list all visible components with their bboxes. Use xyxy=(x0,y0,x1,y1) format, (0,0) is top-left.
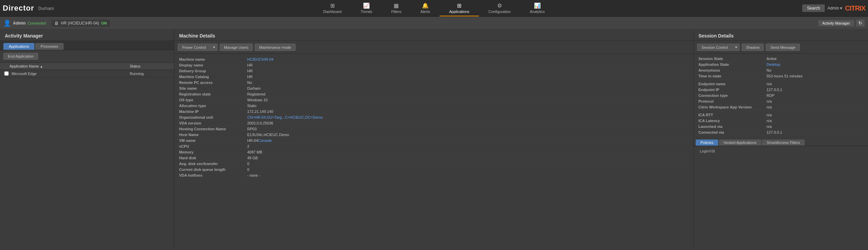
session-tab-bar: Policies Hosted Applications SmartAccess… xyxy=(694,137,868,146)
session-detail-row: Launched vian/a xyxy=(698,124,863,130)
detail-row: Hosting Connection NameRP03 xyxy=(179,126,689,132)
detail-row: Machine IP172.21.149.140 xyxy=(179,109,689,115)
detail-value: HR xyxy=(247,69,253,73)
session-detail-value: 127.0.0.1 xyxy=(767,130,782,134)
shadow-button[interactable]: Shadow xyxy=(742,44,764,51)
user-name: Admin xyxy=(13,21,26,26)
citrix-logo: CITRIX xyxy=(845,4,865,12)
activity-manager-button[interactable]: Activity Manager xyxy=(818,20,854,26)
trends-icon: 📈 xyxy=(363,2,370,9)
admin-menu[interactable]: Admin ▾ xyxy=(827,6,842,11)
power-control-dropdown[interactable]: ▾ xyxy=(211,44,218,51)
detail-row: Current disk queue length0 xyxy=(179,167,689,173)
nav-applications[interactable]: ⊞ Applications xyxy=(440,0,479,16)
detail-row: Host NameE13U34c.HCIEUC.Demo xyxy=(179,132,689,138)
maintenance-mode-button[interactable]: Maintenance mode xyxy=(255,44,296,51)
detail-value: E13U34c.HCIEUC.Demo xyxy=(247,133,289,137)
session-detail-value: n/a xyxy=(767,99,772,103)
session-detail-row: Protocoln/a xyxy=(698,99,863,104)
nav-trends[interactable]: 📈 Trends xyxy=(351,0,382,16)
detail-row: OS typeWindows 10 xyxy=(179,97,689,103)
session-detail-row: AnonymousNo xyxy=(698,68,863,73)
session-tab-policies[interactable]: Policies xyxy=(696,139,718,146)
session-details-header: Session Details xyxy=(694,30,868,41)
alerts-icon: 🔔 xyxy=(422,2,429,9)
detail-row: Avg. disk sec/transfer0 xyxy=(179,161,689,167)
detail-value: 49 GB xyxy=(247,156,258,160)
detail-row: Registration stateRegistered xyxy=(179,91,689,97)
detail-row: Delivery GroupHR xyxy=(179,68,689,74)
director-logo: Director xyxy=(3,4,34,13)
detail-label: Memory xyxy=(179,150,247,154)
nav-analytics[interactable]: 📊 Analytics xyxy=(520,0,554,16)
send-message-button[interactable]: Send Message xyxy=(766,44,800,51)
session-detail-label: Connection type xyxy=(698,93,767,98)
session-detail-value: 553 hours 51 minutes xyxy=(767,74,803,78)
applications-icon: ⊞ xyxy=(457,2,461,9)
detail-value: Durham xyxy=(247,86,261,90)
detail-label: Display name xyxy=(179,63,247,67)
detail-row: Organizational unitCN=HR-04,OU=Targ...C=… xyxy=(179,115,689,120)
detail-row: Memory4087 MB xyxy=(179,149,689,155)
detail-extra-value[interactable]: Console xyxy=(258,138,272,143)
detail-value[interactable]: CN=HR-04,OU=Targ...C=HCIEUC,DC=Demo xyxy=(247,115,323,119)
session-detail-label: Protocol xyxy=(698,99,767,103)
end-application-button[interactable]: End Application xyxy=(3,53,38,60)
nav-filters[interactable]: ▦ Filters xyxy=(382,0,411,16)
detail-value: - none - xyxy=(247,173,260,177)
detail-value[interactable]: HCIEUC\HR-04 xyxy=(247,57,273,61)
session-detail-content: Session StateActiveApplication StateDesk… xyxy=(694,54,868,137)
session-detail-value: 127.0.0.1 xyxy=(767,88,782,92)
session-detail-label: Connected via xyxy=(698,130,767,134)
session-detail-label: ICA RTT xyxy=(698,113,767,117)
main-content: Activity Manager Applications Processes … xyxy=(0,30,868,250)
session-tab-smartaccess[interactable]: SmartAccess Filters xyxy=(762,139,805,146)
session-detail-row: Connected via127.0.0.1 xyxy=(698,130,863,135)
detail-value: No xyxy=(247,80,252,85)
manage-users-button[interactable]: Manage Users xyxy=(220,44,253,51)
analytics-icon: 📊 xyxy=(534,2,541,9)
detail-label: VDA hotfixes xyxy=(179,173,247,177)
session-detail-row: Time in state553 hours 51 minutes xyxy=(698,73,863,79)
refresh-button[interactable]: ↻ xyxy=(856,19,865,27)
session-detail-value: n/a xyxy=(767,82,772,86)
session-detail-row: Endpoint IP127.0.0.1 xyxy=(698,87,863,93)
activity-manager-header: Activity Manager xyxy=(0,30,174,41)
nav-alerts-label: Alerts xyxy=(421,10,430,14)
power-control-button[interactable]: Power Control xyxy=(178,44,210,51)
detail-label: OS type xyxy=(179,98,247,102)
detail-row: VM nameHR-04 Console xyxy=(179,138,689,144)
monitor-icon: 🖥 xyxy=(54,20,59,26)
user-info: 👤 Admin Connected xyxy=(3,19,46,27)
session-control-button[interactable]: Session Control xyxy=(697,44,732,51)
power-control-group: Power Control ▾ xyxy=(178,44,218,51)
nav-dashboard[interactable]: ⊞ Dashboard xyxy=(314,0,351,16)
session-control-dropdown[interactable]: ▾ xyxy=(733,44,740,51)
tab-applications[interactable]: Applications xyxy=(3,43,34,50)
app-table-header: Application Name ▲ Status xyxy=(0,63,174,70)
session-tab-hosted-apps[interactable]: Hosted Applications xyxy=(719,139,761,146)
session-control-group: Session Control ▾ xyxy=(697,44,740,51)
detail-row: vCPU2 xyxy=(179,144,689,149)
activity-tab-bar: Applications Processes xyxy=(0,41,174,50)
tab-processes[interactable]: Processes xyxy=(35,43,63,50)
search-button[interactable]: Search xyxy=(802,4,825,12)
nav-alerts[interactable]: 🔔 Alerts xyxy=(411,0,440,16)
session-detail-label: Session State xyxy=(698,57,767,61)
detail-row: Remote PC accessNo xyxy=(179,80,689,86)
detail-label: VDA version xyxy=(179,121,247,125)
nav-configuration[interactable]: ⚙ Configuration xyxy=(479,0,520,16)
detail-value: 2 xyxy=(247,144,249,148)
top-nav-left: Director Durham xyxy=(3,4,54,13)
detail-label: Organizational unit xyxy=(179,115,247,119)
table-row[interactable]: Microsoft Edge Running xyxy=(0,70,174,77)
col-app-name-header: Application Name ▲ xyxy=(10,64,130,68)
checkbox-spacer xyxy=(3,64,10,68)
filters-icon: ▦ xyxy=(394,2,399,9)
session-detail-value[interactable]: Desktop xyxy=(767,62,780,67)
session-detail-label: Anonymous xyxy=(698,68,767,72)
session-detail-label: Launched via xyxy=(698,124,767,129)
top-navigation: Director Durham ⊞ Dashboard 📈 Trends ▦ F… xyxy=(0,0,868,17)
row-checkbox[interactable] xyxy=(3,71,10,76)
session-detail-label: Application State xyxy=(698,62,767,67)
